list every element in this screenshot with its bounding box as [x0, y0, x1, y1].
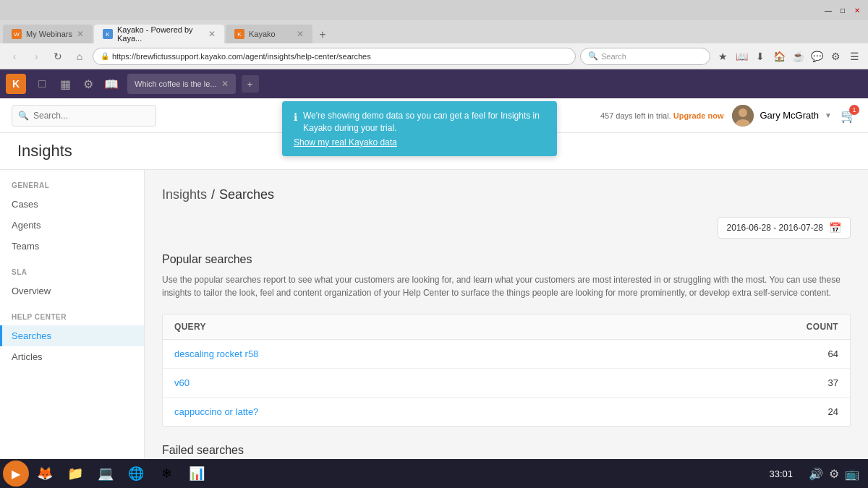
user-area[interactable]: Gary McGrath ▼: [732, 105, 832, 127]
start-button[interactable]: ▶: [3, 461, 29, 487]
trial-text: 457 days left in trial.: [600, 111, 671, 120]
download-icon[interactable]: ⬇: [752, 48, 768, 64]
notification-link[interactable]: Show my real Kayako data: [294, 137, 545, 147]
app-search-input[interactable]: [33, 111, 150, 121]
breadcrumb-parent[interactable]: Insights: [162, 187, 207, 202]
app-logo: K: [6, 74, 26, 94]
sidebar-item-searches[interactable]: Searches: [0, 325, 144, 346]
sidebar-item-agents[interactable]: Agents: [0, 215, 144, 236]
sidebar-item-cases[interactable]: Cases: [0, 194, 144, 215]
restore-button[interactable]: □: [838, 5, 848, 15]
table-row: v60 37: [163, 369, 850, 398]
toolbar-tab-label: Which coffee is the le...: [135, 80, 217, 88]
search-query-1[interactable]: descaling rocket r58: [174, 348, 780, 359]
tab-favicon-3: K: [234, 29, 244, 39]
browser-tab-bar: W My Webinars ✕ K Kayako - Powered by Ka…: [0, 20, 868, 43]
toolbar-icon-grid[interactable]: ▦: [55, 74, 75, 94]
taskbar-sys-tray: 🔊 ⚙ 📺: [803, 467, 865, 481]
toolbar-icon-book[interactable]: 📖: [101, 74, 122, 94]
taskbar-item-6[interactable]: 📊: [182, 461, 211, 487]
col-count-header: Count: [780, 322, 838, 332]
table-row: cappuccino or latte? 24: [163, 398, 850, 426]
taskbar-browser-icon: 🌐: [128, 466, 144, 481]
toolbar-icon-group: □ ▦ ⚙ 📖: [32, 74, 122, 94]
taskbar-item-1[interactable]: 🦊: [30, 461, 59, 487]
breadcrumb: Insights / Searches: [162, 187, 851, 202]
sidebar-help-center-label: HELP CENTER: [0, 313, 144, 325]
sidebar-section-help-center: HELP CENTER Searches Articles: [0, 313, 144, 367]
sidebar-general-label: GENERAL: [0, 181, 144, 194]
upgrade-link[interactable]: Upgrade now: [673, 111, 724, 120]
sidebar-item-articles[interactable]: Articles: [0, 346, 144, 367]
notification-message: We're showing demo data so you can get a…: [294, 110, 545, 134]
tab-close-2[interactable]: ✕: [208, 29, 216, 39]
nav-search-placeholder: Search: [601, 52, 626, 61]
home-nav-icon[interactable]: 🏠: [771, 48, 787, 64]
content-area: Insights / Searches 2016-06-28 - 2016-07…: [145, 170, 868, 488]
search-icon: 🔍: [588, 51, 598, 61]
taskbar-settings-icon[interactable]: 📺: [845, 467, 859, 481]
search-count-2: 37: [780, 377, 838, 388]
toolbar-add-tab[interactable]: +: [242, 75, 259, 93]
sidebar-section-sla: SLA Overview: [0, 268, 144, 301]
toolbar-active-tab[interactable]: Which coffee is the le... ✕: [127, 74, 236, 94]
address-bar[interactable]: 🔒 https://brewfictussupport.kayako.com/a…: [93, 48, 576, 65]
skype-icon[interactable]: 💬: [809, 48, 825, 64]
tab-close-3[interactable]: ✕: [297, 29, 304, 39]
browser-tab-1[interactable]: W My Webinars ✕: [3, 25, 93, 43]
cart-icon[interactable]: 🛒 1: [841, 108, 856, 124]
failed-searches-title: Failed searches: [162, 444, 851, 457]
forward-button[interactable]: ›: [27, 48, 45, 65]
date-range-picker[interactable]: 2016-06-28 - 2016-07-28 📅: [718, 217, 851, 239]
browser-tab-2[interactable]: K Kayako - Powered by Kaya... ✕: [94, 25, 224, 43]
close-button[interactable]: ✕: [852, 5, 862, 15]
browser-nav-bar: ‹ › ↻ ⌂ 🔒 https://brewfictussupport.kaya…: [0, 43, 868, 69]
taskbar-item-5[interactable]: ❄: [152, 461, 181, 487]
new-tab-button[interactable]: +: [314, 26, 331, 43]
sidebar-item-teams[interactable]: Teams: [0, 236, 144, 257]
menu-icon[interactable]: ☰: [846, 48, 862, 64]
browser-title-bar: — □ ✕: [0, 0, 868, 20]
taskbar-item-2[interactable]: 📁: [61, 461, 90, 487]
search-icon: 🔍: [18, 111, 29, 121]
trial-banner: 457 days left in trial. Upgrade now: [600, 111, 724, 120]
toolbar-icon-square[interactable]: □: [32, 74, 52, 94]
svg-point-1: [739, 108, 747, 117]
minimize-button[interactable]: —: [823, 5, 833, 15]
tab-favicon-2: K: [103, 29, 113, 39]
taskbar-item-4[interactable]: 🌐: [122, 461, 150, 487]
app-toolbar: K □ ▦ ⚙ 📖 Which coffee is the le... ✕ +: [0, 69, 868, 98]
extension-icon[interactable]: ☕: [790, 48, 806, 64]
settings-icon[interactable]: ⚙: [827, 48, 843, 64]
calendar-icon: 📅: [829, 222, 841, 234]
toolbar-icon-settings[interactable]: ⚙: [78, 74, 98, 94]
cart-badge: 1: [849, 105, 859, 115]
taskbar-firefox-icon: 🦊: [37, 466, 53, 481]
reading-icon[interactable]: 📖: [733, 48, 749, 64]
popular-searches-section: Popular searches Use the popular searche…: [162, 253, 851, 427]
app-search-box[interactable]: 🔍: [12, 105, 156, 127]
back-button[interactable]: ‹: [6, 48, 23, 65]
taskbar-computer-icon: 💻: [98, 466, 114, 481]
browser-tab-3[interactable]: K Kayako ✕: [226, 25, 312, 43]
window-controls: — □ ✕: [823, 5, 862, 15]
home-button[interactable]: ⌂: [71, 48, 88, 65]
search-query-2[interactable]: v60: [174, 377, 780, 388]
reload-button[interactable]: ↻: [49, 48, 67, 65]
breadcrumb-separator: /: [211, 187, 215, 202]
taskbar-item-3[interactable]: 💻: [91, 461, 120, 487]
taskbar-volume-icon[interactable]: 🔊: [809, 467, 823, 481]
table-header: Query Count: [163, 314, 850, 340]
address-text: https://brewfictussupport.kayako.com/age…: [112, 52, 371, 61]
search-query-3[interactable]: cappuccino or latte?: [174, 406, 780, 417]
search-count-1: 64: [780, 348, 838, 359]
bookmark-icon[interactable]: ★: [715, 48, 731, 64]
start-icon: ▶: [12, 467, 20, 481]
tab-close-1[interactable]: ✕: [77, 29, 84, 39]
taskbar-clock: 33:01: [760, 468, 801, 479]
sidebar-item-overview[interactable]: Overview: [0, 281, 144, 301]
date-range-row: 2016-06-28 - 2016-07-28 📅: [162, 217, 851, 239]
taskbar-network-icon[interactable]: ⚙: [829, 467, 839, 481]
toolbar-tab-close[interactable]: ✕: [221, 79, 229, 89]
browser-search-bar[interactable]: 🔍 Search: [580, 48, 710, 65]
